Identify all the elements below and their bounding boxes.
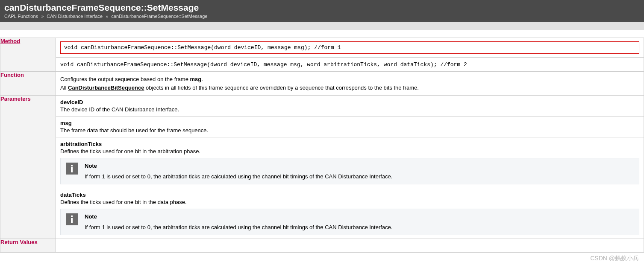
content-parameters: deviceID The device ID of the CAN Distur… xyxy=(56,96,644,239)
breadcrumb-sep: » xyxy=(106,14,108,19)
label-function: Function xyxy=(0,72,56,96)
return-value: — xyxy=(56,239,644,252)
breadcrumb-part: canDisturbanceFrameSequence::SetMessage xyxy=(111,14,207,19)
label-parameters: Parameters xyxy=(0,96,56,239)
content-method: void canDisturbanceFrameSequence::SetMes… xyxy=(56,38,644,72)
param-block: deviceID The device ID of the CAN Distur… xyxy=(56,96,644,116)
breadcrumb-sep: » xyxy=(41,14,44,19)
function-text: All xyxy=(60,84,68,91)
param-desc: The device ID of the CAN Disturbance Int… xyxy=(60,106,639,113)
note-title: Note xyxy=(85,163,634,169)
param-block: dataTicks Defines the ticks used for one… xyxy=(56,188,644,239)
method-signature-2: void canDisturbanceFrameSequence::SetMes… xyxy=(60,61,467,68)
row-parameters: Parameters deviceID The device ID of the… xyxy=(0,96,644,239)
row-function: Function Configures the output sequence … xyxy=(0,72,644,96)
note-box: Note If form 1 is used or set to 0, the … xyxy=(60,209,639,235)
param-block: msg The frame data that should be used f… xyxy=(56,116,644,137)
param-name: msg xyxy=(60,120,639,126)
row-method: Method void canDisturbanceFrameSequence:… xyxy=(0,38,644,72)
param-desc: Defines the ticks used for one bit in th… xyxy=(60,148,639,154)
svg-rect-1 xyxy=(71,167,73,172)
info-icon xyxy=(66,213,78,225)
note-box: Note If form 1 is used or set to 0, the … xyxy=(60,158,639,184)
param-name: arbitrationTicks xyxy=(60,141,639,147)
svg-rect-3 xyxy=(71,218,73,223)
function-text: Configures the output sequence based on … xyxy=(60,76,190,82)
svg-rect-2 xyxy=(71,215,73,217)
note-body: If form 1 is used or set to 0, the arbit… xyxy=(85,173,634,180)
function-text-bold: msg xyxy=(190,76,202,82)
definition-table: Method void canDisturbanceFrameSequence:… xyxy=(0,38,644,253)
param-desc: The frame data that should be used for t… xyxy=(60,127,639,134)
label-method[interactable]: Method xyxy=(0,38,56,72)
page-title: canDisturbanceFrameSequence::SetMessage xyxy=(4,3,640,13)
content-function: Configures the output sequence based on … xyxy=(56,72,644,96)
content-return-values: — xyxy=(56,239,644,253)
subheader-bar xyxy=(0,22,644,30)
row-return-values: Return Values — xyxy=(0,239,644,253)
param-name: dataTicks xyxy=(60,192,639,198)
param-block: arbitrationTicks Defines the ticks used … xyxy=(56,137,644,188)
breadcrumb-part[interactable]: CAN Disturbance Interface xyxy=(47,14,103,19)
note-title: Note xyxy=(85,213,634,220)
note-body: If form 1 is used or set to 0, the arbit… xyxy=(85,224,634,230)
info-icon xyxy=(66,163,78,175)
function-text: objects in all fields of this frame sequ… xyxy=(144,84,419,91)
svg-rect-0 xyxy=(71,165,73,166)
method-signature-1: void canDisturbanceFrameSequence::SetMes… xyxy=(60,41,639,54)
param-name: deviceID xyxy=(60,99,639,105)
param-desc: Defines the ticks used for one bit in th… xyxy=(60,199,639,205)
label-return-values: Return Values xyxy=(0,239,56,253)
breadcrumb-part[interactable]: CAPL Functions xyxy=(4,14,38,19)
page-header: canDisturbanceFrameSequence::SetMessage … xyxy=(0,0,644,22)
function-link[interactable]: CanDisturbanceBitSequence xyxy=(68,84,144,91)
breadcrumb: CAPL Functions » CAN Disturbance Interfa… xyxy=(4,14,640,19)
function-text: . xyxy=(201,76,203,82)
